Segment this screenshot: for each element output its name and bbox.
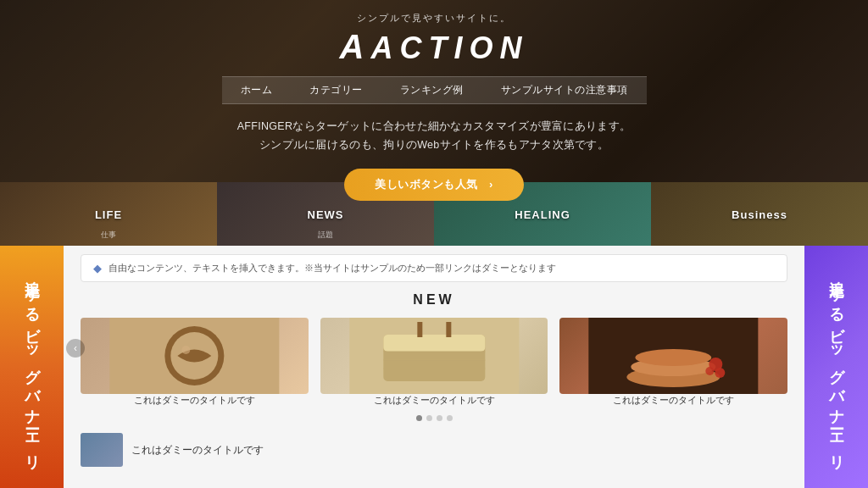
cards-row: これはダミーのタイトルです これはダミーのタイトルです <box>81 318 787 407</box>
main-nav: ホーム カテゴリー ランキング例 サンプルサイトの注意事項 <box>222 76 647 104</box>
card-3-image <box>559 318 787 394</box>
hero-text-block: AFFINGERならターゲットに合わせた細かなカスタマイズが豊富にあります。 シ… <box>237 119 632 157</box>
card-2[interactable]: これはダミーのタイトルです <box>320 318 548 407</box>
left-banner-text: 追尾するビッグバナーエリ <box>22 269 42 466</box>
diamond-icon: ◆ <box>93 262 102 274</box>
carousel-dots <box>81 415 787 421</box>
card-1-image <box>81 318 309 394</box>
dot-2[interactable] <box>426 415 432 421</box>
dot-4[interactable] <box>447 415 453 421</box>
card-1[interactable]: これはダミーのタイトルです <box>81 318 309 407</box>
svg-point-17 <box>715 368 726 378</box>
carousel-prev-button[interactable]: ‹ <box>66 339 85 358</box>
nav-sample[interactable]: サンプルサイトの注意事項 <box>482 77 647 103</box>
dot-1[interactable] <box>416 415 422 421</box>
hero-logo: AAcTION <box>340 28 529 66</box>
category-healing-label: HEALING <box>515 208 570 220</box>
hero-text-1: AFFINGERならターゲットに合わせた細かなカスタマイズが豊富にあります。 <box>237 119 632 134</box>
category-news-label: NEWS <box>308 208 344 220</box>
hero-section: シンプルで見やすいサイトに。 AAcTION ホーム カテゴリー ランキング例 … <box>0 0 868 246</box>
card-3-title: これはダミーのタイトルです <box>559 394 787 407</box>
category-life-sub: 仕事 <box>101 230 116 241</box>
hero-subtitle: シンプルで見やすいサイトに。 <box>357 12 511 25</box>
card-2-image <box>320 318 548 394</box>
svg-rect-10 <box>417 322 422 337</box>
nav-category[interactable]: カテゴリー <box>291 77 381 103</box>
list-item-title: これはダミーのタイトルです <box>131 443 264 458</box>
category-news-sub: 話題 <box>318 230 333 241</box>
nav-ranking[interactable]: ランキング例 <box>381 77 482 103</box>
main-content: ◆ 自由なコンテンツ、テキストを挿入できます。※当サイトはサンプルのため一部リン… <box>64 246 804 488</box>
svg-rect-11 <box>446 322 451 337</box>
cta-button[interactable]: 美しいボタンも人気 › <box>344 169 524 201</box>
section-title: NEW <box>81 292 787 308</box>
svg-point-18 <box>706 367 715 375</box>
card-2-title: これはダミーのタイトルです <box>320 394 548 407</box>
left-banner[interactable]: 追尾するビッグバナーエリ <box>0 246 64 488</box>
svg-point-15 <box>636 349 712 366</box>
list-thumb <box>81 433 123 467</box>
svg-rect-6 <box>383 335 485 352</box>
right-banner-text: 追尾するビッグバナーエリ <box>826 269 847 466</box>
right-banner[interactable]: 追尾するビッグバナーエリ <box>804 246 868 488</box>
category-business-label: Business <box>732 208 787 220</box>
info-bar: ◆ 自由なコンテンツ、テキストを挿入できます。※当サイトはサンプルのため一部リン… <box>81 254 787 282</box>
svg-point-3 <box>181 346 190 354</box>
card-1-title: これはダミーのタイトルです <box>81 394 309 407</box>
hero-content: シンプルで見やすいサイトに。 AAcTION ホーム カテゴリー ランキング例 … <box>0 0 868 201</box>
nav-home[interactable]: ホーム <box>222 77 292 103</box>
info-text: 自由なコンテンツ、テキストを挿入できます。※当サイトはサンプルのため一部リンクは… <box>108 262 556 274</box>
category-life-label: LIFE <box>95 208 122 220</box>
card-3[interactable]: これはダミーのタイトルです <box>559 318 787 407</box>
dot-3[interactable] <box>437 415 442 421</box>
list-item[interactable]: これはダミーのタイトルです <box>81 430 787 470</box>
hero-text-2: シンプルに届けるのも、拘りのWebサイトを作るもアナタ次第です。 <box>237 138 632 152</box>
